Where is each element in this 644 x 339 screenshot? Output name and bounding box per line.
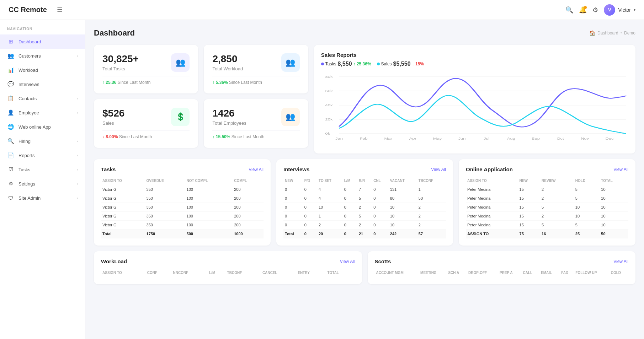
oa-cell-0-0: Peter Medina bbox=[466, 185, 518, 194]
sidebar-item-settings[interactable]: ⚙ Settings › bbox=[0, 177, 85, 191]
interviews-head-row: NEW P/D TO SET L/M R/R CNL VACANT TBCONF bbox=[283, 177, 446, 185]
interviews-view-all[interactable]: View All bbox=[431, 167, 446, 172]
tasks-col-notcompl: NOT COMPL bbox=[185, 177, 233, 185]
int-cell-0-2: 4 bbox=[317, 185, 343, 194]
sidebar-item-tasks[interactable]: ☑ Tasks › bbox=[0, 162, 85, 177]
workload-table: ASSIGN TO CONF NNCONF L/M TBCONF CANCEL … bbox=[101, 269, 355, 277]
tasks-cell-2-0: Victor G bbox=[101, 203, 145, 212]
search-icon[interactable]: 🔍 bbox=[565, 6, 573, 14]
oa-cell-1-0: Peter Medina bbox=[466, 194, 518, 203]
int-cell-4-1: 0 bbox=[303, 221, 317, 230]
sidebar-label-hiring: Hiring bbox=[18, 139, 77, 144]
sales-chart: 80k 60k 40k 20k 0k Jan bbox=[321, 71, 628, 142]
int-cell-0-3: 0 bbox=[343, 185, 357, 194]
site-admin-chevron-icon: › bbox=[77, 196, 78, 200]
int-total-cell-2: 20 bbox=[317, 230, 343, 238]
int-row-4: 002020102 bbox=[283, 221, 446, 230]
sidebar-item-dashboard[interactable]: ⊞ Dashboard bbox=[0, 34, 85, 49]
menu-icon[interactable]: ☰ bbox=[57, 6, 63, 14]
stat-card-3: 1426 Total Employees 👥 ↑ 15.50% Since La… bbox=[204, 99, 308, 148]
tasks-table-head-row: ASSIGN TO OVERDUE NOT COMPL COMPL bbox=[101, 177, 264, 185]
int-col-toset: TO SET bbox=[317, 177, 343, 185]
wl-col-nnconf: NNCONF bbox=[171, 269, 208, 277]
oa-cell-1-4: 10 bbox=[600, 194, 628, 203]
sidebar-item-hiring[interactable]: 🔍 Hiring › bbox=[0, 134, 85, 148]
oa-cell-4-4: 10 bbox=[600, 221, 628, 230]
oa-total-cell-2: 16 bbox=[540, 230, 574, 238]
user-menu[interactable]: V Victor ▾ bbox=[604, 4, 635, 16]
sc-col-account: ACCOUNT MGM bbox=[375, 269, 419, 277]
stat-change-label-0: Since Last Month bbox=[118, 80, 151, 85]
tasks-cell-1-0: Victor G bbox=[101, 194, 145, 203]
int-cell-3-5: 0 bbox=[372, 212, 389, 221]
sidebar-item-employee[interactable]: 👤 Employee › bbox=[0, 106, 85, 120]
stat-label-1: Total Workload bbox=[212, 66, 243, 71]
tasks-col-compl: COMPL bbox=[233, 177, 264, 185]
sidebar-item-workload[interactable]: 📊 Workload bbox=[0, 63, 85, 77]
stat-icon-glyph-1: 👥 bbox=[286, 58, 295, 67]
sales-legend-pct: ↓ 15% bbox=[412, 61, 424, 66]
tasks-view-all[interactable]: View All bbox=[249, 167, 264, 172]
sidebar-item-customers[interactable]: 👥 Customers › bbox=[0, 49, 85, 63]
sidebar-label-tasks: Tasks bbox=[18, 167, 77, 172]
sidebar-item-site-admin[interactable]: 🛡 Site Admin › bbox=[0, 191, 85, 205]
bottom-row: WorkLoad View All ASSIGN TO CONF NNCONF … bbox=[94, 251, 635, 284]
int-col-rr: R/R bbox=[357, 177, 372, 185]
int-cell-4-5: 0 bbox=[372, 221, 389, 230]
sidebar-item-contacts[interactable]: 📋 Contacts › bbox=[0, 91, 85, 106]
int-cell-1-6: 80 bbox=[389, 194, 417, 203]
notification-icon[interactable]: 🔔 bbox=[579, 6, 587, 14]
wl-col-cancel: CANCEL bbox=[261, 269, 296, 277]
tasks-cell-0-0: Victor G bbox=[101, 185, 145, 194]
oa-cell-2-2: 5 bbox=[540, 203, 574, 212]
stat-text-0: 30,825+ Total Tasks bbox=[102, 53, 139, 71]
int-cell-2-7: 2 bbox=[417, 203, 446, 212]
settings-icon[interactable]: ⚙ bbox=[592, 6, 598, 14]
int-total-cell-5: 0 bbox=[372, 230, 389, 238]
oa-cell-2-0: Peter Medina bbox=[466, 203, 518, 212]
int-cell-2-5: 0 bbox=[372, 203, 389, 212]
int-cell-1-4: 5 bbox=[357, 194, 372, 203]
page-title: Dashboard bbox=[94, 28, 135, 38]
oa-cell-4-1: 15 bbox=[518, 221, 541, 230]
employee-chevron-icon: › bbox=[77, 111, 78, 115]
scotts-view-all[interactable]: View All bbox=[613, 259, 628, 264]
svg-text:0k: 0k bbox=[325, 132, 330, 135]
int-col-new: NEW bbox=[283, 177, 303, 185]
stat-icon-glyph-0: 👥 bbox=[176, 58, 185, 67]
oa-cell-4-3: 5 bbox=[574, 221, 600, 230]
int-cell-2-0: 0 bbox=[283, 203, 303, 212]
int-cell-4-2: 2 bbox=[317, 221, 343, 230]
sidebar-item-web-online-app[interactable]: 🌐 Web online App bbox=[0, 120, 85, 134]
nav-label: NAVIGATION bbox=[0, 27, 85, 34]
online-app-view-all[interactable]: View All bbox=[613, 167, 628, 172]
int-cell-1-3: 0 bbox=[343, 194, 357, 203]
svg-text:Jun: Jun bbox=[458, 137, 465, 140]
int-cell-3-6: 10 bbox=[389, 212, 417, 221]
oa-cell-0-1: 15 bbox=[518, 185, 541, 194]
online-app-head-row: ASSIGN TO NEW REVIEW HOLD TOTAL bbox=[466, 177, 628, 185]
sc-col-meeting: MEETING bbox=[419, 269, 447, 277]
hiring-chevron-icon: › bbox=[77, 139, 78, 143]
sidebar-label-customers: Customers bbox=[18, 53, 77, 59]
sidebar-item-reports[interactable]: 📄 Reports › bbox=[0, 148, 85, 162]
int-cell-4-4: 2 bbox=[357, 221, 372, 230]
scotts-table-header: Scotts View All bbox=[375, 258, 629, 264]
tasks-cell-2-2: 100 bbox=[185, 203, 233, 212]
oa-cell-2-3: 10 bbox=[574, 203, 600, 212]
tasks-total-cell-0: Total bbox=[101, 230, 145, 238]
breadcrumb-row: Dashboard 🏠 Dashboard • Demo bbox=[94, 28, 635, 38]
sidebar-item-interviews[interactable]: 💬 Interviews bbox=[0, 77, 85, 91]
int-cell-3-2: 1 bbox=[317, 212, 343, 221]
app-logo: CC Remote bbox=[9, 6, 47, 14]
scotts-table-title: Scotts bbox=[375, 258, 391, 264]
workload-head-row: ASSIGN TO CONF NNCONF L/M TBCONF CANCEL … bbox=[101, 269, 355, 277]
oa-cell-2-1: 15 bbox=[518, 203, 541, 212]
username-label: Victor bbox=[618, 7, 631, 13]
sales-legend-value: $5,550 bbox=[393, 61, 411, 67]
main-content: Dashboard 🏠 Dashboard • Demo 30,825+ Tot… bbox=[85, 20, 644, 339]
workload-view-all[interactable]: View All bbox=[340, 259, 355, 264]
interviews-table: NEW P/D TO SET L/M R/R CNL VACANT TBCONF… bbox=[283, 177, 446, 238]
sc-col-scha: SCH A bbox=[447, 269, 467, 277]
int-cell-2-3: 0 bbox=[343, 203, 357, 212]
